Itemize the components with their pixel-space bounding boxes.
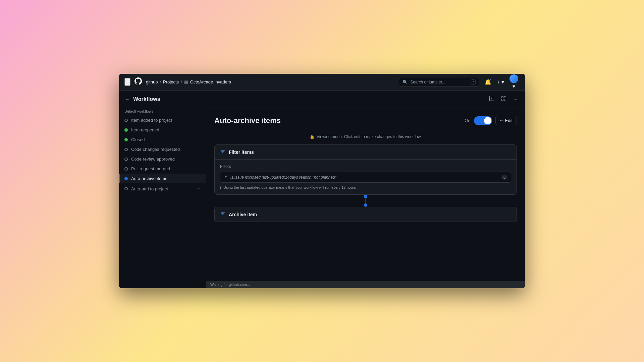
filter-note-text: Using the last-updated operator means th… <box>223 185 356 189</box>
breadcrumb-github[interactable]: github <box>146 79 158 84</box>
status-bar: Waiting for github.com... <box>206 281 525 288</box>
back-button[interactable]: ← <box>124 96 130 103</box>
breadcrumb-sep1: / <box>160 79 161 84</box>
chart-icon <box>489 97 494 102</box>
avatar <box>509 74 518 83</box>
filter-note: ℹ Using the last-updated operator means … <box>220 185 511 190</box>
filter-block: Filter items Filters is:issue is:closed … <box>214 144 517 195</box>
status-dot-hollow <box>124 148 128 151</box>
status-message: Waiting for github.com... <box>210 283 250 287</box>
status-dot-hollow <box>124 187 128 190</box>
browser-window: ☰ github / Projects / ▦ OctoArcade Invad… <box>119 74 525 288</box>
edit-button[interactable]: ✏ Edit <box>495 116 517 125</box>
avatar-dropdown-icon: ▾ <box>513 83 515 89</box>
sidebar-item-label: Auto-add to project <box>131 186 168 191</box>
project-board-icon: ▦ <box>184 79 188 84</box>
archive-block-icon <box>220 211 225 218</box>
status-dot-hollow <box>124 119 128 122</box>
archive-block-title: Archive item <box>229 212 257 217</box>
search-shortcut: / <box>471 79 476 85</box>
filter-block-icon <box>220 149 225 155</box>
grid-icon <box>501 97 506 102</box>
status-dot-blue <box>124 177 128 180</box>
add-dropdown-icon: ▾ <box>501 79 504 85</box>
sidebar-item-label: Auto-archive items <box>131 176 167 181</box>
search-bar[interactable]: 🔍 Search or jump to... / <box>399 78 479 86</box>
github-logo <box>135 77 142 86</box>
filter-input[interactable]: is:issue is:closed last-updated:14days r… <box>220 172 511 183</box>
add-button[interactable]: + ▾ <box>495 77 505 86</box>
status-dot-hollow <box>124 158 128 161</box>
sidebar-item-code-review[interactable]: Code review approved <box>119 154 206 164</box>
sidebar-item-auto-archive[interactable]: Auto-archive items <box>119 174 206 183</box>
viewing-notice: 🔒 Viewing mode. Click edit to make chang… <box>214 132 517 144</box>
toggle-switch[interactable] <box>474 116 492 125</box>
search-icon: 🔍 <box>402 80 408 84</box>
archive-block-header: Archive item <box>215 207 517 222</box>
avatar-button[interactable]: ▾ <box>508 74 520 91</box>
workflow-header: Auto-archive items On ✏ Edit <box>214 116 517 125</box>
add-icon: + <box>497 79 500 85</box>
sidebar-item-label: Code changes requested <box>131 147 180 152</box>
grid-view-button[interactable] <box>499 95 508 104</box>
more-icon[interactable]: ··· <box>196 186 201 192</box>
status-dot-green <box>124 128 128 132</box>
sidebar-item-auto-add[interactable]: Auto-add to project ··· <box>119 183 206 194</box>
workflow-title: Auto-archive items <box>214 116 465 125</box>
main-content: ··· Auto-archive items On <box>206 90 525 288</box>
breadcrumb-projects[interactable]: Projects <box>163 79 179 84</box>
filter-block-body: Filters is:issue is:closed last-updated:… <box>215 160 517 194</box>
back-icon: ← <box>125 97 130 102</box>
filter-block-header: Filter items <box>215 145 517 160</box>
notification-button[interactable]: 🔔 <box>483 77 493 86</box>
toggle-thumb <box>484 117 491 124</box>
lock-icon: 🔒 <box>310 134 315 139</box>
filter-icon <box>224 175 228 180</box>
sidebar-item-label: Closed <box>131 137 145 142</box>
sidebar-item-item-reopened[interactable]: Item reopened <box>119 125 206 135</box>
edit-label: Edit <box>505 118 513 123</box>
workflow-content: Auto-archive items On ✏ Edit <box>206 108 525 281</box>
content-area: ← Workflows Default workflows Item added… <box>119 90 525 288</box>
breadcrumb-sep2: / <box>181 79 182 84</box>
archive-block: Archive item <box>214 207 517 222</box>
sidebar-header: ← Workflows <box>119 90 206 107</box>
hamburger-icon: ☰ <box>125 79 130 85</box>
sidebar-item-label: Item added to project <box>131 118 172 123</box>
toggle-slider <box>474 116 492 125</box>
connector <box>214 195 517 207</box>
info-icon: ℹ <box>220 185 221 190</box>
sidebar-title: Workflows <box>133 96 160 102</box>
toggle-label: On <box>465 118 470 123</box>
filters-label: Filters <box>220 164 511 169</box>
more-icon: ··· <box>513 96 518 102</box>
chart-view-button[interactable] <box>487 95 496 104</box>
breadcrumb: github / Projects / ▦ OctoArcade Invader… <box>146 79 231 84</box>
search-placeholder: Search or jump to... <box>410 80 445 84</box>
sidebar-item-closed[interactable]: Closed <box>119 135 206 144</box>
navbar: ☰ github / Projects / ▦ OctoArcade Invad… <box>119 74 525 90</box>
hamburger-button[interactable]: ☰ <box>124 78 130 86</box>
edit-icon: ✏ <box>500 118 503 123</box>
breadcrumb-project-name[interactable]: OctoArcade Invaders <box>190 79 231 84</box>
sidebar-item-item-added[interactable]: Item added to project <box>119 115 206 125</box>
sidebar-item-label: Pull request merged <box>131 166 170 171</box>
notification-dot <box>489 78 492 81</box>
filter-count: 0 <box>501 175 507 180</box>
more-options-button[interactable]: ··· <box>511 95 520 103</box>
main-toolbar: ··· <box>206 90 525 108</box>
sidebar: ← Workflows Default workflows Item added… <box>119 90 206 288</box>
viewing-notice-text: Viewing mode. Click edit to make changes… <box>317 134 422 139</box>
filter-text: is:issue is:closed last-updated:14days r… <box>230 175 499 180</box>
status-dot-hollow <box>124 167 128 171</box>
sidebar-item-code-changes[interactable]: Code changes requested <box>119 144 206 154</box>
filter-block-title: Filter items <box>229 149 254 155</box>
sidebar-item-pull-request[interactable]: Pull request merged <box>119 164 206 174</box>
sidebar-section-label: Default workflows <box>119 107 206 115</box>
workflow-controls: On ✏ Edit <box>465 116 517 125</box>
status-dot-green <box>124 138 128 141</box>
sidebar-item-label: Item reopened <box>131 127 159 132</box>
sidebar-item-label: Code review approved <box>131 157 175 162</box>
nav-icons: 🔔 + ▾ ▾ <box>483 74 520 91</box>
